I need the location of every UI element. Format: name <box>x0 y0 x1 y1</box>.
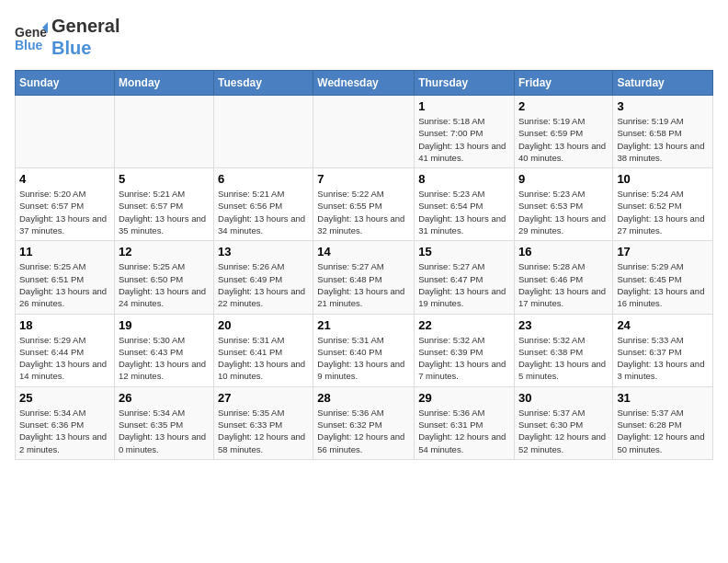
day-number: 4 <box>19 172 110 186</box>
cell-info: Sunrise: 5:37 AMSunset: 6:28 PMDaylight:… <box>617 407 709 455</box>
calendar-cell <box>114 96 213 168</box>
cell-info: Sunrise: 5:24 AMSunset: 6:52 PMDaylight:… <box>617 188 709 236</box>
day-number: 20 <box>218 318 309 332</box>
day-number: 27 <box>218 391 309 405</box>
calendar-cell: 17 Sunrise: 5:29 AMSunset: 6:45 PMDaylig… <box>613 241 713 314</box>
calendar-cell: 7 Sunrise: 5:22 AMSunset: 6:55 PMDayligh… <box>313 168 415 241</box>
day-number: 6 <box>218 172 309 186</box>
day-number: 28 <box>317 391 410 405</box>
calendar-cell: 15 Sunrise: 5:27 AMSunset: 6:47 PMDaylig… <box>415 241 515 314</box>
cell-info: Sunrise: 5:30 AMSunset: 6:43 PMDaylight:… <box>119 334 210 383</box>
calendar-cell: 2 Sunrise: 5:19 AMSunset: 6:59 PMDayligh… <box>514 96 612 168</box>
calendar-cell: 28 Sunrise: 5:36 AMSunset: 6:32 PMDaylig… <box>313 386 415 459</box>
cell-info: Sunrise: 5:19 AMSunset: 6:58 PMDaylight:… <box>617 115 709 164</box>
day-number: 10 <box>617 172 709 186</box>
logo: General Blue General Blue <box>15 15 119 59</box>
day-number: 7 <box>317 172 410 186</box>
calendar-cell: 29 Sunrise: 5:36 AMSunset: 6:31 PMDaylig… <box>415 386 515 459</box>
calendar-cell: 4 Sunrise: 5:20 AMSunset: 6:57 PMDayligh… <box>16 168 115 241</box>
weekday-header-row: SundayMondayTuesdayWednesdayThursdayFrid… <box>16 71 713 96</box>
day-number: 1 <box>418 99 510 113</box>
cell-info: Sunrise: 5:29 AMSunset: 6:45 PMDaylight:… <box>617 260 709 309</box>
day-number: 26 <box>119 391 210 405</box>
cell-info: Sunrise: 5:31 AMSunset: 6:41 PMDaylight:… <box>218 334 309 383</box>
day-number: 22 <box>418 318 510 332</box>
cell-info: Sunrise: 5:33 AMSunset: 6:37 PMDaylight:… <box>617 334 709 383</box>
cell-info: Sunrise: 5:35 AMSunset: 6:33 PMDaylight:… <box>218 407 309 455</box>
day-number: 23 <box>518 318 609 332</box>
cell-info: Sunrise: 5:21 AMSunset: 6:57 PMDaylight:… <box>119 188 210 236</box>
calendar-cell: 22 Sunrise: 5:32 AMSunset: 6:39 PMDaylig… <box>415 314 515 386</box>
page-header: General Blue General Blue <box>15 15 713 59</box>
cell-info: Sunrise: 5:23 AMSunset: 6:54 PMDaylight:… <box>418 188 510 236</box>
calendar-week-row: 25 Sunrise: 5:34 AMSunset: 6:36 PMDaylig… <box>16 386 713 459</box>
calendar-cell: 9 Sunrise: 5:23 AMSunset: 6:53 PMDayligh… <box>514 168 612 241</box>
day-number: 12 <box>119 245 210 259</box>
calendar-cell: 31 Sunrise: 5:37 AMSunset: 6:28 PMDaylig… <box>613 386 713 459</box>
calendar-cell: 21 Sunrise: 5:31 AMSunset: 6:40 PMDaylig… <box>313 314 415 386</box>
day-number: 8 <box>418 172 510 186</box>
calendar-cell: 3 Sunrise: 5:19 AMSunset: 6:58 PMDayligh… <box>613 96 713 168</box>
day-number: 25 <box>19 391 110 405</box>
day-number: 3 <box>617 99 709 113</box>
logo-icon: General Blue <box>15 20 48 53</box>
calendar-cell: 14 Sunrise: 5:27 AMSunset: 6:48 PMDaylig… <box>313 241 415 314</box>
cell-info: Sunrise: 5:34 AMSunset: 6:35 PMDaylight:… <box>119 407 210 455</box>
cell-info: Sunrise: 5:32 AMSunset: 6:39 PMDaylight:… <box>418 334 510 383</box>
calendar-cell: 16 Sunrise: 5:28 AMSunset: 6:46 PMDaylig… <box>514 241 612 314</box>
cell-info: Sunrise: 5:37 AMSunset: 6:30 PMDaylight:… <box>518 407 609 455</box>
cell-info: Sunrise: 5:22 AMSunset: 6:55 PMDaylight:… <box>317 188 410 236</box>
calendar-table: SundayMondayTuesdayWednesdayThursdayFrid… <box>15 70 713 460</box>
calendar-week-row: 11 Sunrise: 5:25 AMSunset: 6:51 PMDaylig… <box>16 241 713 314</box>
cell-info: Sunrise: 5:25 AMSunset: 6:51 PMDaylight:… <box>19 260 110 309</box>
svg-text:Blue: Blue <box>15 38 43 52</box>
cell-info: Sunrise: 5:34 AMSunset: 6:36 PMDaylight:… <box>19 407 110 455</box>
day-number: 15 <box>418 245 510 259</box>
cell-info: Sunrise: 5:28 AMSunset: 6:46 PMDaylight:… <box>518 260 609 309</box>
cell-info: Sunrise: 5:27 AMSunset: 6:47 PMDaylight:… <box>418 260 510 309</box>
cell-info: Sunrise: 5:36 AMSunset: 6:31 PMDaylight:… <box>418 407 510 455</box>
weekday-header: Friday <box>514 71 612 96</box>
calendar-cell: 12 Sunrise: 5:25 AMSunset: 6:50 PMDaylig… <box>114 241 213 314</box>
calendar-cell <box>214 96 313 168</box>
day-number: 17 <box>617 245 709 259</box>
cell-info: Sunrise: 5:19 AMSunset: 6:59 PMDaylight:… <box>518 115 609 164</box>
day-number: 31 <box>617 391 709 405</box>
logo-text: General Blue <box>51 15 119 59</box>
calendar-week-row: 1 Sunrise: 5:18 AMSunset: 7:00 PMDayligh… <box>16 96 713 168</box>
weekday-header: Wednesday <box>313 71 415 96</box>
calendar-cell: 24 Sunrise: 5:33 AMSunset: 6:37 PMDaylig… <box>613 314 713 386</box>
day-number: 30 <box>518 391 609 405</box>
calendar-cell: 18 Sunrise: 5:29 AMSunset: 6:44 PMDaylig… <box>16 314 115 386</box>
day-number: 2 <box>518 99 609 113</box>
calendar-cell: 1 Sunrise: 5:18 AMSunset: 7:00 PMDayligh… <box>415 96 515 168</box>
calendar-cell: 26 Sunrise: 5:34 AMSunset: 6:35 PMDaylig… <box>114 386 213 459</box>
cell-info: Sunrise: 5:20 AMSunset: 6:57 PMDaylight:… <box>19 188 110 236</box>
calendar-week-row: 18 Sunrise: 5:29 AMSunset: 6:44 PMDaylig… <box>16 314 713 386</box>
weekday-header: Monday <box>114 71 213 96</box>
day-number: 11 <box>19 245 110 259</box>
day-number: 24 <box>617 318 709 332</box>
cell-info: Sunrise: 5:23 AMSunset: 6:53 PMDaylight:… <box>518 188 609 236</box>
calendar-cell: 25 Sunrise: 5:34 AMSunset: 6:36 PMDaylig… <box>16 386 115 459</box>
calendar-cell <box>16 96 115 168</box>
weekday-header: Saturday <box>613 71 713 96</box>
calendar-cell: 10 Sunrise: 5:24 AMSunset: 6:52 PMDaylig… <box>613 168 713 241</box>
day-number: 19 <box>119 318 210 332</box>
calendar-cell: 19 Sunrise: 5:30 AMSunset: 6:43 PMDaylig… <box>114 314 213 386</box>
calendar-cell: 30 Sunrise: 5:37 AMSunset: 6:30 PMDaylig… <box>514 386 612 459</box>
cell-info: Sunrise: 5:29 AMSunset: 6:44 PMDaylight:… <box>19 334 110 383</box>
calendar-week-row: 4 Sunrise: 5:20 AMSunset: 6:57 PMDayligh… <box>16 168 713 241</box>
day-number: 13 <box>218 245 309 259</box>
weekday-header: Tuesday <box>214 71 313 96</box>
calendar-cell: 6 Sunrise: 5:21 AMSunset: 6:56 PMDayligh… <box>214 168 313 241</box>
calendar-cell: 5 Sunrise: 5:21 AMSunset: 6:57 PMDayligh… <box>114 168 213 241</box>
calendar-cell: 20 Sunrise: 5:31 AMSunset: 6:41 PMDaylig… <box>214 314 313 386</box>
calendar-cell: 27 Sunrise: 5:35 AMSunset: 6:33 PMDaylig… <box>214 386 313 459</box>
day-number: 14 <box>317 245 410 259</box>
calendar-cell: 11 Sunrise: 5:25 AMSunset: 6:51 PMDaylig… <box>16 241 115 314</box>
day-number: 21 <box>317 318 410 332</box>
cell-info: Sunrise: 5:26 AMSunset: 6:49 PMDaylight:… <box>218 260 309 309</box>
day-number: 5 <box>119 172 210 186</box>
day-number: 29 <box>418 391 510 405</box>
